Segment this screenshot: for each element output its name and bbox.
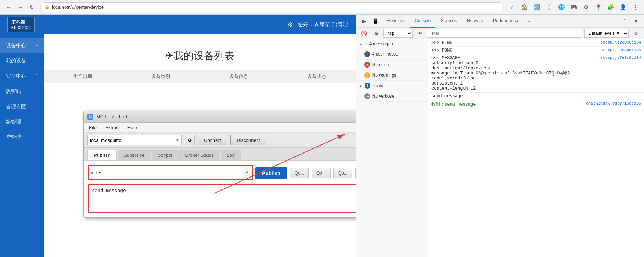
spacer4 (360, 94, 362, 99)
sidebar-item-verbose[interactable]: ⋯ No verbose (356, 91, 428, 102)
devtools-close-button[interactable]: ✕ (631, 16, 641, 26)
ext-icon-5[interactable]: 🎮 (569, 2, 579, 12)
tab-broker-status[interactable]: Broker Status (179, 150, 220, 160)
context-select[interactable]: top (383, 29, 413, 38)
ext-icon-2[interactable]: 🔤 (532, 2, 542, 12)
sidebar-item-user-mgmt[interactable]: 户管理 (0, 130, 44, 145)
sidebar-label-my-device: 我的设备 (6, 58, 26, 64)
ext-icon-4[interactable]: 🌐 (556, 2, 566, 12)
ext-icon-8[interactable]: 🧩 (606, 2, 616, 12)
tab-more[interactable]: » (524, 15, 535, 28)
tab-performance[interactable]: Performance (489, 15, 522, 28)
sidebar-item-warnings[interactable]: ! No warnings (356, 70, 428, 81)
message-area[interactable]: send message (88, 184, 356, 213)
refresh-button[interactable]: ↻ (27, 2, 37, 12)
nav-buttons: ← → ↻ (4, 2, 37, 12)
sidebar-item-admin[interactable]: 管理专区 (0, 99, 44, 114)
log-text-pong: <<< PONG (431, 48, 598, 53)
console-filter-input[interactable] (427, 29, 582, 38)
mqtt-toolbar: local mosquitto ▼ ⚙ Connect Disconnect 🔒 (84, 133, 356, 148)
devtools-gear-icon[interactable]: ⚙ (631, 28, 641, 38)
log-source-pong[interactable]: stomp.js?e8c6:134 (600, 48, 641, 52)
qos0-button[interactable]: Qo... (290, 168, 309, 178)
chevron-up-icon: ^ (35, 43, 38, 49)
ext-icon-6[interactable]: ⚙ (581, 2, 591, 12)
mqtt-menu-help[interactable]: Help (126, 124, 139, 131)
topic-dropdown-arrow[interactable]: ▼ (243, 167, 250, 178)
mqtt-publish-area: » ▼ Publish Qo... Qo... Qo... Retained (84, 161, 356, 217)
spacer3 (360, 73, 362, 78)
tab-subscribe[interactable]: Subscribe (118, 150, 151, 160)
browser-extension-icons: ☆ 🏠 🔤 📋 🌐 🎮 ⚙ 📍 🧩 👤 ⋮ (507, 2, 640, 12)
tab-console[interactable]: Console (410, 15, 435, 28)
log-entry-send: send message (428, 93, 644, 100)
sidebar-item-user-messages[interactable]: 👤 4 user mess... (356, 49, 428, 60)
info-label: 4 info (373, 83, 383, 88)
col-device-status: 设备状态 (285, 73, 348, 80)
sidebar-item-errors[interactable]: ✕ No errors (356, 60, 428, 70)
mqtt-settings-button[interactable]: ⚙ (185, 135, 195, 145)
verbose-label: No verbose (372, 94, 394, 99)
broker-dropdown-arrow: ▼ (176, 138, 179, 142)
ext-icon-1[interactable]: 🏠 (519, 2, 529, 12)
forward-button[interactable]: → (15, 2, 25, 12)
log-source-ping[interactable]: stomp.js?e8c6:134 (600, 40, 641, 45)
retained-button[interactable]: Retained (355, 168, 356, 178)
header-right: ⚙ 您好，衣服架子(管理 (287, 21, 348, 29)
verbose-icon: ⋯ (364, 93, 370, 99)
eye-icon[interactable]: 👁 (415, 28, 425, 38)
icon-list: ≡ (365, 41, 367, 46)
more-options-icon[interactable]: ⋮ (630, 2, 640, 12)
broker-select[interactable]: local mosquitto ▼ (87, 135, 182, 145)
sidebar-label-admin: 管理专区 (6, 103, 26, 110)
console-settings-button[interactable]: ⚙ (371, 28, 381, 38)
mqtt-menu-file[interactable]: File (87, 124, 98, 131)
publish-button[interactable]: Publish (255, 167, 287, 179)
webapp: 工作室 KR OFFICE ⚙ 您好，衣服架子(管理 设备中心 ^ (0, 15, 356, 257)
tab-scripts[interactable]: Scripts (152, 150, 179, 160)
sidebar-item-info[interactable]: ▶ i 4 info (356, 81, 428, 91)
devtools-panel: ▶ 📱 Elements Console Sources Network Per… (356, 15, 644, 257)
tab-publish[interactable]: Publish (87, 150, 117, 160)
topic-input[interactable] (95, 167, 242, 178)
log-level-select[interactable]: Default levels ▼ (584, 29, 629, 38)
settings-icon[interactable]: ⚙ (287, 21, 293, 29)
qos1-button[interactable]: Qo... (312, 168, 331, 178)
message-text: send message (92, 188, 126, 193)
log-entry-ping: >>> PING stomp.js?e8c6:134 (428, 39, 644, 47)
mqtt-tabs: Publish Subscribe Scripts Broker Status … (84, 148, 356, 161)
devtools-more-button[interactable]: ⋮ (619, 16, 629, 26)
tab-sources[interactable]: Sources (436, 15, 461, 28)
tab-elements[interactable]: Elements (382, 15, 409, 28)
ext-icon-3[interactable]: 📋 (544, 2, 554, 12)
ext-icon-7[interactable]: 📍 (593, 2, 603, 12)
sidebar-item-messages[interactable]: ▶ ≡ 4 messages (356, 39, 428, 49)
console-log: >>> PING stomp.js?e8c6:134 <<< PONG stom… (428, 39, 644, 257)
device-toolbar-button[interactable]: 📱 (370, 16, 381, 26)
sidebar-item-my-device[interactable]: 我的设备 (0, 53, 44, 69)
log-source-received[interactable]: chatWindow.vue?715c:135 (586, 101, 641, 106)
back-button[interactable]: ← (4, 2, 14, 12)
devtools-toolbar: ▶ 📱 Elements Console Sources Network Per… (356, 15, 644, 28)
bookmark-icon[interactable]: ☆ (507, 2, 517, 12)
tab-log[interactable]: Log (221, 150, 241, 160)
log-source-message[interactable]: stomp.js?e8c6:134 (600, 56, 641, 60)
address-bar[interactable]: 🔒 localhost/#/center/device (40, 2, 504, 12)
clear-console-button[interactable]: 🚫 (359, 28, 369, 38)
mqtt-menu-extras[interactable]: Extras (104, 124, 120, 131)
mqtt-app-icon: M (87, 114, 93, 120)
disconnect-button[interactable]: Disconnect (230, 135, 266, 145)
sidebar-item-password[interactable]: 改密码 (0, 84, 44, 99)
topic-arrows-icon: » (90, 170, 93, 175)
qos2-button[interactable]: Qo... (333, 168, 352, 178)
sidebar-label-customer-mgmt: 客管理 (6, 119, 21, 125)
user-avatar[interactable]: 👤 (618, 2, 628, 12)
connect-button[interactable]: Connect (198, 135, 227, 145)
sidebar-label-password: 改密码 (6, 88, 21, 95)
sidebar-item-customer-mgmt[interactable]: 客管理 (0, 114, 44, 130)
sidebar-item-device-center[interactable]: 设备中心 ^ (0, 38, 44, 53)
lock-icon: 🔒 (45, 5, 50, 9)
tab-network[interactable]: Network (463, 15, 487, 28)
inspect-element-button[interactable]: ▶ (359, 16, 369, 26)
sidebar-item-security[interactable]: 安全中心 ^ (0, 69, 44, 84)
